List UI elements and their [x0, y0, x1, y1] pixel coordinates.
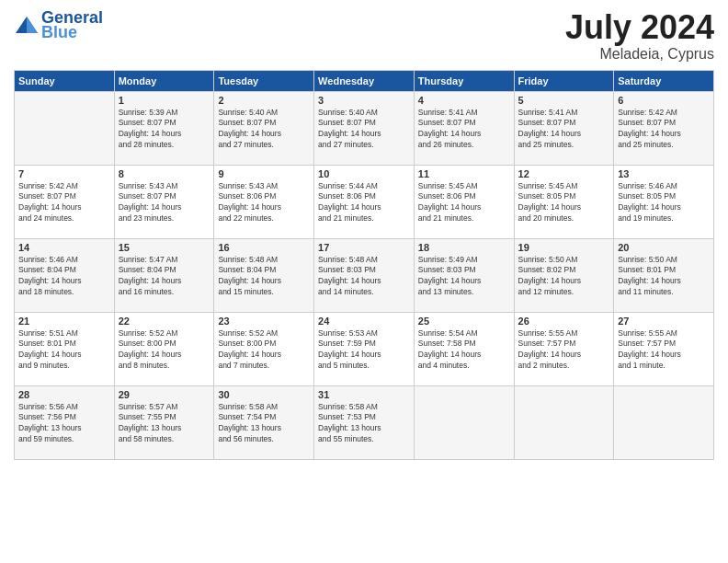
calendar-cell: 28Sunrise: 5:56 AM Sunset: 7:56 PM Dayli…: [15, 385, 115, 459]
calendar-table: SundayMondayTuesdayWednesdayThursdayFrid…: [14, 70, 714, 460]
week-row-3: 21Sunrise: 5:51 AM Sunset: 8:01 PM Dayli…: [15, 312, 714, 385]
cell-info: Sunrise: 5:53 AM Sunset: 7:59 PM Dayligh…: [318, 328, 410, 373]
week-row-4: 28Sunrise: 5:56 AM Sunset: 7:56 PM Dayli…: [15, 385, 714, 459]
weekday-header-wednesday: Wednesday: [314, 70, 415, 91]
day-number: 6: [618, 95, 710, 106]
calendar-cell: 22Sunrise: 5:52 AM Sunset: 8:00 PM Dayli…: [114, 312, 214, 385]
day-number: 24: [318, 316, 410, 327]
calendar-cell: 18Sunrise: 5:49 AM Sunset: 8:03 PM Dayli…: [414, 238, 514, 312]
cell-info: Sunrise: 5:50 AM Sunset: 8:01 PM Dayligh…: [618, 255, 710, 299]
calendar-cell: 13Sunrise: 5:46 AM Sunset: 8:05 PM Dayli…: [614, 165, 714, 238]
cell-info: Sunrise: 5:42 AM Sunset: 8:07 PM Dayligh…: [618, 108, 710, 152]
weekday-header-thursday: Thursday: [414, 70, 514, 91]
day-number: 11: [418, 168, 510, 179]
week-row-0: 1Sunrise: 5:39 AM Sunset: 8:07 PM Daylig…: [15, 91, 714, 165]
calendar-cell: 27Sunrise: 5:55 AM Sunset: 7:57 PM Dayli…: [614, 312, 714, 385]
cell-info: Sunrise: 5:41 AM Sunset: 8:07 PM Dayligh…: [518, 108, 610, 152]
day-number: 13: [618, 168, 710, 179]
calendar-cell: [15, 91, 115, 165]
title-block: July 2024 Meladeia, Cyprus: [565, 9, 714, 63]
day-number: 19: [518, 242, 610, 253]
calendar-cell: 20Sunrise: 5:50 AM Sunset: 8:01 PM Dayli…: [614, 238, 714, 312]
cell-info: Sunrise: 5:54 AM Sunset: 7:58 PM Dayligh…: [418, 328, 510, 373]
title-month: July 2024: [565, 9, 714, 46]
day-number: 20: [618, 242, 710, 253]
calendar-cell: 30Sunrise: 5:58 AM Sunset: 7:54 PM Dayli…: [214, 385, 314, 459]
calendar-cell: 2Sunrise: 5:40 AM Sunset: 8:07 PM Daylig…: [214, 91, 314, 165]
cell-info: Sunrise: 5:58 AM Sunset: 7:54 PM Dayligh…: [218, 402, 310, 446]
cell-info: Sunrise: 5:50 AM Sunset: 8:02 PM Dayligh…: [518, 255, 610, 299]
day-number: 12: [518, 168, 610, 179]
cell-info: Sunrise: 5:43 AM Sunset: 8:06 PM Dayligh…: [218, 181, 310, 225]
calendar-cell: 25Sunrise: 5:54 AM Sunset: 7:58 PM Dayli…: [414, 312, 514, 385]
calendar-cell: 23Sunrise: 5:52 AM Sunset: 8:00 PM Dayli…: [214, 312, 314, 385]
day-number: 22: [119, 316, 210, 327]
calendar-cell: 14Sunrise: 5:46 AM Sunset: 8:04 PM Dayli…: [15, 238, 115, 312]
cell-info: Sunrise: 5:40 AM Sunset: 8:07 PM Dayligh…: [318, 108, 410, 152]
calendar-cell: [514, 385, 614, 459]
cell-info: Sunrise: 5:45 AM Sunset: 8:05 PM Dayligh…: [518, 181, 610, 225]
day-number: 10: [318, 168, 410, 179]
calendar-cell: 26Sunrise: 5:55 AM Sunset: 7:57 PM Dayli…: [514, 312, 614, 385]
calendar-cell: 24Sunrise: 5:53 AM Sunset: 7:59 PM Dayli…: [314, 312, 415, 385]
logo: General Blue: [14, 9, 103, 42]
calendar-cell: 29Sunrise: 5:57 AM Sunset: 7:55 PM Dayli…: [114, 385, 214, 459]
cell-info: Sunrise: 5:43 AM Sunset: 8:07 PM Dayligh…: [119, 181, 210, 225]
cell-info: Sunrise: 5:40 AM Sunset: 8:07 PM Dayligh…: [218, 108, 310, 152]
weekday-header-friday: Friday: [514, 70, 614, 91]
day-number: 1: [119, 95, 210, 106]
day-number: 31: [318, 389, 410, 400]
svg-marker-1: [27, 17, 38, 33]
day-number: 27: [618, 316, 710, 327]
cell-info: Sunrise: 5:56 AM Sunset: 7:56 PM Dayligh…: [18, 402, 110, 446]
day-number: 26: [518, 316, 610, 327]
day-number: 17: [318, 242, 410, 253]
day-number: 3: [318, 95, 410, 106]
cell-info: Sunrise: 5:58 AM Sunset: 7:53 PM Dayligh…: [318, 402, 410, 446]
day-number: 15: [119, 242, 210, 253]
calendar-cell: 17Sunrise: 5:48 AM Sunset: 8:03 PM Dayli…: [314, 238, 415, 312]
week-row-2: 14Sunrise: 5:46 AM Sunset: 8:04 PM Dayli…: [15, 238, 714, 312]
calendar-cell: [414, 385, 514, 459]
calendar-cell: 6Sunrise: 5:42 AM Sunset: 8:07 PM Daylig…: [614, 91, 714, 165]
weekday-header-tuesday: Tuesday: [214, 70, 314, 91]
calendar-cell: 31Sunrise: 5:58 AM Sunset: 7:53 PM Dayli…: [314, 385, 415, 459]
cell-info: Sunrise: 5:55 AM Sunset: 7:57 PM Dayligh…: [618, 328, 710, 373]
day-number: 9: [218, 168, 310, 179]
calendar-cell: 3Sunrise: 5:40 AM Sunset: 8:07 PM Daylig…: [314, 91, 415, 165]
logo-icon: [14, 13, 40, 39]
header: General Blue July 2024 Meladeia, Cyprus: [14, 9, 714, 63]
day-number: 16: [218, 242, 310, 253]
cell-info: Sunrise: 5:45 AM Sunset: 8:06 PM Dayligh…: [418, 181, 510, 225]
day-number: 18: [418, 242, 510, 253]
day-number: 23: [218, 316, 310, 327]
day-number: 5: [518, 95, 610, 106]
weekday-header-row: SundayMondayTuesdayWednesdayThursdayFrid…: [15, 70, 714, 91]
weekday-header-monday: Monday: [114, 70, 214, 91]
calendar-cell: 19Sunrise: 5:50 AM Sunset: 8:02 PM Dayli…: [514, 238, 614, 312]
cell-info: Sunrise: 5:55 AM Sunset: 7:57 PM Dayligh…: [518, 328, 610, 373]
cell-info: Sunrise: 5:57 AM Sunset: 7:55 PM Dayligh…: [119, 402, 210, 446]
calendar-cell: 8Sunrise: 5:43 AM Sunset: 8:07 PM Daylig…: [114, 165, 214, 238]
day-number: 14: [18, 242, 110, 253]
page: General Blue July 2024 Meladeia, Cyprus …: [0, 0, 728, 563]
cell-info: Sunrise: 5:44 AM Sunset: 8:06 PM Dayligh…: [318, 181, 410, 225]
calendar-cell: 12Sunrise: 5:45 AM Sunset: 8:05 PM Dayli…: [514, 165, 614, 238]
day-number: 28: [18, 389, 110, 400]
day-number: 30: [218, 389, 310, 400]
calendar-cell: 16Sunrise: 5:48 AM Sunset: 8:04 PM Dayli…: [214, 238, 314, 312]
cell-info: Sunrise: 5:49 AM Sunset: 8:03 PM Dayligh…: [418, 255, 510, 299]
calendar-cell: 9Sunrise: 5:43 AM Sunset: 8:06 PM Daylig…: [214, 165, 314, 238]
day-number: 8: [119, 168, 210, 179]
day-number: 21: [18, 316, 110, 327]
cell-info: Sunrise: 5:48 AM Sunset: 8:03 PM Dayligh…: [318, 255, 410, 299]
cell-info: Sunrise: 5:48 AM Sunset: 8:04 PM Dayligh…: [218, 255, 310, 299]
cell-info: Sunrise: 5:52 AM Sunset: 8:00 PM Dayligh…: [119, 328, 210, 373]
cell-info: Sunrise: 5:46 AM Sunset: 8:04 PM Dayligh…: [18, 255, 110, 299]
calendar-cell: [614, 385, 714, 459]
calendar-cell: 11Sunrise: 5:45 AM Sunset: 8:06 PM Dayli…: [414, 165, 514, 238]
cell-info: Sunrise: 5:47 AM Sunset: 8:04 PM Dayligh…: [119, 255, 210, 299]
title-location: Meladeia, Cyprus: [565, 46, 714, 63]
calendar-cell: 10Sunrise: 5:44 AM Sunset: 8:06 PM Dayli…: [314, 165, 415, 238]
weekday-header-saturday: Saturday: [614, 70, 714, 91]
